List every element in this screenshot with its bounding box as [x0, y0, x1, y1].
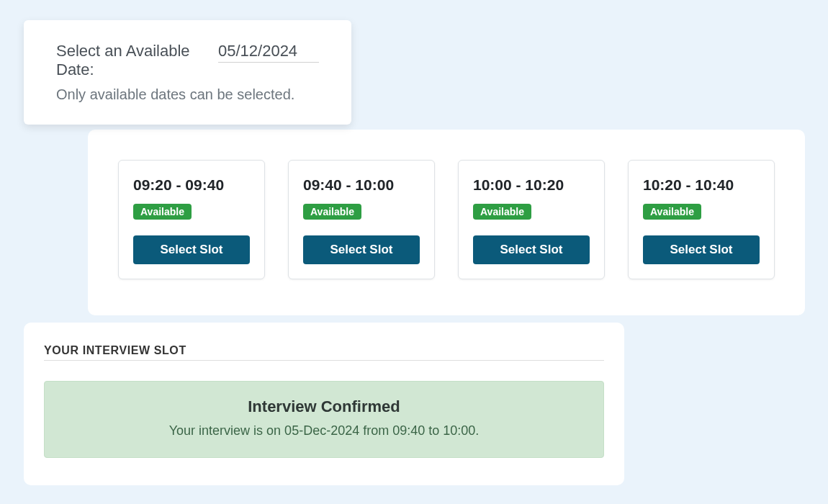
time-slots-row: 09:20 - 09:40 Available Select Slot 09:4…	[118, 160, 775, 279]
confirmation-panel: YOUR INTERVIEW SLOT Interview Confirmed …	[24, 323, 624, 485]
date-label: Select an Available Date:	[56, 42, 214, 79]
select-slot-button[interactable]: Select Slot	[133, 235, 250, 264]
date-picker-card: Select an Available Date: Only available…	[24, 20, 351, 125]
select-slot-button[interactable]: Select Slot	[473, 235, 590, 264]
slot-time-range: 10:00 - 10:20	[473, 176, 564, 194]
time-slot-card: 09:40 - 10:00 Available Select Slot	[288, 160, 435, 279]
time-slots-panel: 09:20 - 09:40 Available Select Slot 09:4…	[88, 130, 805, 315]
date-help-text: Only available dates can be selected.	[56, 86, 319, 103]
confirmation-alert: Interview Confirmed Your interview is on…	[44, 381, 604, 458]
time-slot-card: 10:20 - 10:40 Available Select Slot	[628, 160, 775, 279]
status-badge: Available	[303, 204, 361, 220]
date-label-row: Select an Available Date:	[56, 42, 319, 79]
select-slot-button[interactable]: Select Slot	[643, 235, 760, 264]
slot-time-range: 09:20 - 09:40	[133, 176, 224, 194]
confirmation-title: Interview Confirmed	[56, 397, 592, 416]
status-badge: Available	[643, 204, 701, 220]
select-slot-button[interactable]: Select Slot	[303, 235, 420, 264]
status-badge: Available	[133, 204, 192, 220]
status-badge: Available	[473, 204, 531, 220]
time-slot-card: 09:20 - 09:40 Available Select Slot	[118, 160, 265, 279]
confirmation-heading: YOUR INTERVIEW SLOT	[44, 344, 604, 361]
slot-time-range: 09:40 - 10:00	[303, 176, 394, 194]
slot-time-range: 10:20 - 10:40	[643, 176, 734, 194]
confirmation-text: Your interview is on 05-Dec-2024 from 09…	[56, 423, 592, 438]
date-input[interactable]	[218, 42, 319, 63]
time-slot-card: 10:00 - 10:20 Available Select Slot	[458, 160, 605, 279]
